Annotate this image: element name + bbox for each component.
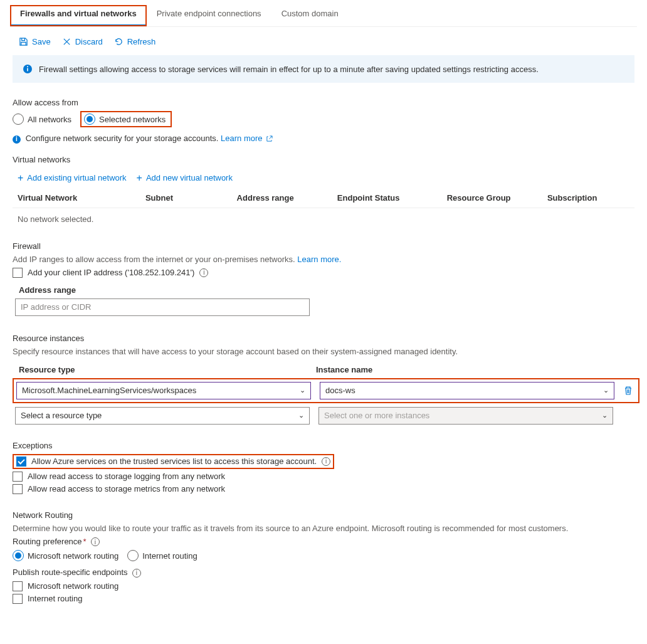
network-routing-heading: Network Routing (13, 510, 634, 520)
instance-name-dropdown-empty[interactable]: Select one or more instances ⌄ (318, 407, 613, 425)
vnet-grid-header: Virtual Network Subnet Address range End… (13, 188, 634, 208)
info-banner-text: Firewall settings allowing access to sto… (39, 65, 539, 74)
checkbox-trusted-services[interactable] (16, 457, 26, 467)
radio-icon (127, 550, 139, 561)
checkbox-client-ip[interactable] (13, 268, 23, 278)
resource-type-dropdown-empty[interactable]: Select a resource type ⌄ (15, 407, 310, 425)
tab-firewalls[interactable]: Firewalls and virtual networks (10, 5, 147, 26)
checkbox-storage-metrics[interactable] (13, 484, 23, 494)
exceptions-heading: Exceptions (13, 441, 634, 450)
internet-routing-endpoint-label: Internet routing (28, 594, 82, 603)
delete-icon[interactable] (623, 386, 633, 396)
learn-more-link[interactable]: Learn more (221, 134, 273, 143)
plus-icon: + (18, 173, 23, 183)
address-range-input[interactable] (15, 298, 310, 316)
tabs-bar: Firewalls and virtual networks Private e… (10, 5, 637, 27)
col-subscription: Subscription (547, 193, 629, 203)
resource-instances-heading: Resource instances (13, 334, 634, 343)
storage-logging-label: Allow read access to storage logging fro… (28, 472, 225, 481)
radio-icon (84, 113, 95, 125)
access-label: Allow access from (13, 98, 634, 107)
plus-icon: + (137, 173, 142, 183)
svg-rect-1 (27, 68, 28, 71)
col-address-range: Address range (237, 193, 337, 203)
resource-instances-desc: Specify resource instances that will hav… (13, 347, 634, 356)
access-radio-row: All networks Selected networks (13, 111, 634, 127)
checkbox-ms-routing-endpoint[interactable] (13, 581, 23, 591)
vnet-empty-row: No network selected. (13, 208, 634, 230)
col-resource-type: Resource type (13, 365, 307, 374)
chevron-down-icon: ⌄ (602, 411, 608, 420)
save-button[interactable]: Save (19, 37, 51, 46)
ri-header-row: Resource type Instance name (13, 365, 634, 374)
required-star: * (83, 537, 87, 546)
add-existing-vnet-button[interactable]: + Add existing virtual network (18, 173, 127, 183)
radio-ms-routing[interactable]: Microsoft network routing (13, 550, 118, 561)
info-icon: i (13, 135, 21, 144)
col-virtual-network: Virtual Network (18, 193, 145, 203)
vnet-heading: Virtual networks (13, 155, 634, 164)
info-tooltip-icon[interactable]: i (132, 569, 141, 578)
radio-icon (13, 113, 24, 125)
instance-name-dropdown[interactable]: docs-ws ⌄ (320, 382, 614, 399)
discard-icon (62, 37, 71, 46)
svg-point-2 (27, 66, 28, 67)
checkbox-internet-routing-endpoint[interactable] (13, 594, 23, 604)
storage-metrics-label: Allow read access to storage metrics fro… (28, 484, 225, 494)
col-resource-group: Resource Group (447, 193, 547, 203)
firewall-heading: Firewall (13, 241, 634, 251)
refresh-button[interactable]: Refresh (114, 37, 156, 46)
info-tooltip-icon[interactable]: i (91, 537, 100, 546)
tab-custom-domain[interactable]: Custom domain (271, 5, 349, 26)
tab-private-endpoints[interactable]: Private endpoint connections (147, 5, 271, 26)
save-icon (19, 37, 28, 46)
col-instance-name: Instance name (316, 365, 611, 374)
radio-selected-networks[interactable]: Selected networks (84, 113, 166, 125)
info-tooltip-icon[interactable]: i (199, 268, 208, 277)
radio-internet-routing[interactable]: Internet routing (127, 550, 197, 561)
info-banner: Firewall settings allowing access to sto… (13, 55, 634, 83)
trusted-services-label: Allow Azure services on the trusted serv… (31, 457, 317, 466)
col-endpoint-status: Endpoint Status (337, 193, 447, 203)
checkbox-storage-logging[interactable] (13, 472, 23, 482)
col-subnet: Subnet (145, 193, 237, 203)
external-link-icon (266, 135, 273, 142)
configure-note: i Configure network security for your st… (13, 134, 634, 144)
resource-type-dropdown[interactable]: Microsoft.MachineLearningServices/worksp… (16, 382, 311, 399)
publish-endpoints-label: Publish route-specific endpoints i (13, 567, 634, 578)
chevron-down-icon: ⌄ (603, 386, 609, 394)
chevron-down-icon: ⌄ (298, 411, 304, 420)
discard-button[interactable]: Discard (62, 37, 103, 46)
info-icon (23, 64, 33, 74)
chevron-down-icon: ⌄ (300, 386, 305, 394)
firewall-desc: Add IP ranges to allow access from the i… (13, 255, 634, 264)
toolbar: Save Discard Refresh (13, 33, 634, 55)
address-range-label: Address range (19, 285, 634, 295)
refresh-icon (114, 37, 124, 46)
ri-selected-row-highlight: Microsoft.MachineLearningServices/worksp… (13, 378, 639, 403)
radio-icon (13, 550, 24, 561)
firewall-learn-more-link[interactable]: Learn more. (297, 255, 341, 264)
info-tooltip-icon[interactable]: i (322, 457, 330, 466)
radio-all-networks[interactable]: All networks (13, 113, 71, 125)
ms-routing-endpoint-label: Microsoft network routing (28, 581, 118, 591)
routing-pref-label: Routing preference* i (13, 537, 634, 547)
add-new-vnet-button[interactable]: + Add new virtual network (137, 173, 233, 183)
client-ip-label: Add your client IP address ('108.252.109… (28, 268, 194, 277)
network-routing-desc: Determine how you would like to route yo… (13, 524, 634, 533)
vnet-add-row: + Add existing virtual network + Add new… (13, 168, 634, 188)
